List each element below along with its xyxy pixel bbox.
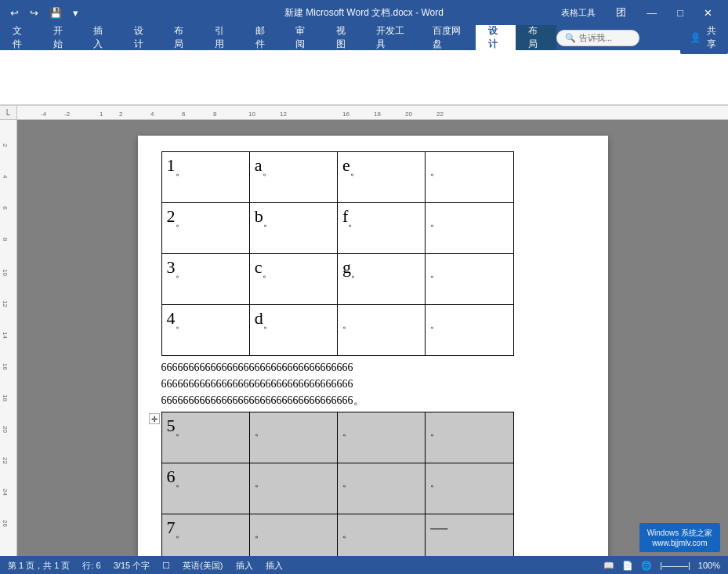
- table-row: 5。 。 。 。: [161, 412, 513, 463]
- status-mode2: 插入: [266, 560, 283, 572]
- tab-view[interactable]: 视图: [324, 25, 364, 50]
- document-title: 新建 Microsoft Word 文档.docx - Word: [284, 6, 444, 20]
- redo-button[interactable]: ↪: [26, 5, 42, 20]
- table-cell[interactable]: 。: [249, 514, 337, 557]
- tab-developer[interactable]: 开发工具: [364, 25, 419, 50]
- table-row: 4。 d。 。 。: [161, 305, 513, 356]
- table-cell[interactable]: 。: [249, 412, 337, 463]
- qat-dropdown-button[interactable]: ▾: [69, 5, 82, 20]
- table-cell[interactable]: 。: [338, 514, 426, 557]
- table-cell[interactable]: e。: [338, 152, 426, 203]
- search-icon: 🔍: [565, 33, 576, 43]
- minimize-button[interactable]: —: [637, 4, 666, 22]
- share-icon: 👤: [690, 32, 701, 43]
- share-button[interactable]: 👤 共享: [680, 21, 728, 54]
- table-2: 5。 。 。 。 6。 。 。 。 7。 。 。 —: [161, 412, 514, 556]
- table-cell[interactable]: c。: [249, 254, 337, 305]
- undo-button[interactable]: ↩: [6, 5, 23, 20]
- table-cell[interactable]: 6。: [161, 463, 249, 514]
- ribbon-right: 🔍 告诉我... 登录 👤 共享: [556, 25, 728, 50]
- status-track: ☐: [162, 561, 170, 571]
- watermark: Windows 系统之家 www.bjjmlv.com: [639, 523, 720, 552]
- watermark-line2: www.bjjmlv.com: [647, 539, 712, 547]
- tell-me-placeholder: 告诉我...: [579, 32, 612, 44]
- ruler-horizontal: -4 -2 1 2 4 6 8 10 12 16 18 20 22: [17, 106, 728, 120]
- ruler-corner[interactable]: L: [0, 106, 17, 120]
- login-button[interactable]: 登录: [646, 23, 675, 53]
- repeat-text-line1: 66666666666666666666666666666666666: [161, 359, 514, 376]
- tab-baidu[interactable]: 百度网盘: [420, 25, 476, 50]
- tab-references[interactable]: 引用: [202, 25, 243, 50]
- ruler-area: L -4 -2 1 2 4 6 8 10 12 16 18 20 22: [0, 106, 728, 120]
- main-area: 2 4 6 8 10 12 14 16 18 20 22 24 26 1。 a。…: [0, 120, 728, 556]
- title-bar-right: 表格工具 团 — □ ✕: [561, 2, 722, 23]
- table-cell[interactable]: 。: [338, 412, 426, 463]
- table-row: 6。 。 。 。: [161, 463, 513, 514]
- close-button[interactable]: ✕: [694, 4, 722, 22]
- status-language: 英语(美国): [183, 560, 223, 572]
- title-bar: ↩ ↪ 💾 ▾ 新建 Microsoft Word 文档.docx - Word…: [0, 0, 728, 25]
- tab-design[interactable]: 设计: [121, 25, 162, 50]
- tab-insert[interactable]: 插入: [81, 25, 121, 50]
- table-cell[interactable]: 3。: [161, 254, 249, 305]
- repeat-text-line2: 66666666666666666666666666666666666: [161, 376, 514, 392]
- status-wordcount: 3/15 个字: [114, 560, 150, 572]
- title-bar-left: ↩ ↪ 💾 ▾: [6, 5, 82, 20]
- ribbon-tabs: 文件 开始 插入 设计 布局 引用 邮件 审阅 视图 开发工具 百度网盘 设计 …: [0, 25, 728, 50]
- table-cell[interactable]: 。: [426, 412, 513, 463]
- status-mode: 插入: [236, 560, 253, 572]
- table-cell[interactable]: 。: [426, 152, 513, 203]
- table-row: 2。 b。 f。 。: [161, 203, 513, 254]
- table-cell[interactable]: 4。: [161, 305, 249, 356]
- table-cell[interactable]: g。: [338, 254, 426, 305]
- tab-home[interactable]: 开始: [41, 25, 81, 50]
- tab-layout[interactable]: 布局: [161, 25, 202, 50]
- table-cell[interactable]: 。: [249, 463, 337, 514]
- document-page: 1。 a。 e。 。 2。 b。 f。 。 3。 c。 g。 。: [138, 136, 608, 556]
- ruler-vertical: 2 4 6 8 10 12 14 16 18 20 22 24 26: [0, 120, 17, 556]
- ribbon-content: [0, 50, 728, 105]
- maximize-button[interactable]: □: [668, 4, 693, 22]
- table-move-handle[interactable]: ✛: [149, 413, 160, 424]
- table-cell[interactable]: 。: [338, 305, 426, 356]
- status-page: 第 1 页，共 1 页: [8, 560, 70, 572]
- tab-table-design[interactable]: 设计: [476, 25, 516, 50]
- table-cell[interactable]: 2。: [161, 203, 249, 254]
- ribbon: 文件 开始 插入 设计 布局 引用 邮件 审阅 视图 开发工具 百度网盘 设计 …: [0, 25, 728, 106]
- table-cell[interactable]: f。: [338, 203, 426, 254]
- document-area[interactable]: 1。 a。 e。 。 2。 b。 f。 。 3。 c。 g。 。: [17, 120, 728, 556]
- table-tools-label: 表格工具: [561, 7, 596, 19]
- tab-table-layout[interactable]: 布局: [516, 25, 556, 50]
- table-cell[interactable]: b。: [249, 203, 337, 254]
- table-row: 3。 c。 g。 。: [161, 254, 513, 305]
- table-cell[interactable]: 。: [338, 463, 426, 514]
- status-bar: 第 1 页，共 1 页 行: 6 3/15 个字 ☐ 英语(美国) 插入 插入 …: [0, 556, 728, 574]
- table-cell[interactable]: —: [426, 514, 513, 557]
- tab-file[interactable]: 文件: [0, 25, 41, 50]
- table-cell[interactable]: 。: [426, 305, 513, 356]
- table-cell[interactable]: 1。: [161, 152, 249, 203]
- view-web-icon[interactable]: 🌐: [641, 561, 652, 571]
- table-1: 1。 a。 e。 。 2。 b。 f。 。 3。 c。 g。 。: [161, 151, 514, 356]
- tell-me-input[interactable]: 🔍 告诉我...: [556, 30, 639, 46]
- repeat-text-line3: 66666666666666666666666666666666666。: [161, 392, 514, 409]
- table-cell[interactable]: d。: [249, 305, 337, 356]
- view-read-icon[interactable]: 📖: [603, 561, 614, 571]
- table-cell[interactable]: 7。: [161, 514, 249, 557]
- help-button[interactable]: 团: [607, 2, 636, 23]
- table-cell[interactable]: 5。: [161, 412, 249, 463]
- table-row: 1。 a。 e。 。: [161, 152, 513, 203]
- tab-review[interactable]: 审阅: [283, 25, 324, 50]
- save-button[interactable]: 💾: [45, 5, 66, 20]
- table-cell[interactable]: 。: [426, 254, 513, 305]
- zoom-level: |———|: [660, 561, 690, 570]
- share-label: 共享: [704, 24, 719, 51]
- table-cell[interactable]: 。: [426, 203, 513, 254]
- tab-mail[interactable]: 邮件: [243, 25, 284, 50]
- table-row: 7。 。 。 —: [161, 514, 513, 557]
- zoom-percent: 100%: [698, 561, 720, 570]
- table-cell[interactable]: 。: [426, 463, 513, 514]
- table-cell[interactable]: a。: [249, 152, 337, 203]
- view-print-icon[interactable]: 📄: [622, 561, 633, 571]
- watermark-line1: Windows 系统之家: [647, 528, 712, 539]
